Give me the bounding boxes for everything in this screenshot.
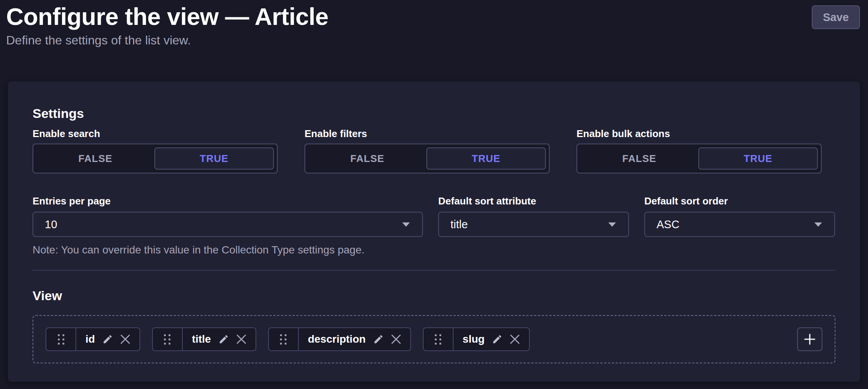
view-section-heading: View [33,288,835,304]
entries-per-page-field: Entries per page 10 Note: You can overri… [33,195,423,256]
add-field-button[interactable] [797,327,822,351]
chip-body: description [299,328,410,350]
enable-bulk-actions-label: Enable bulk actions [576,127,822,140]
entries-per-page-value: 10 [45,218,57,231]
save-button[interactable]: Save [812,5,860,29]
default-sort-attribute-value: title [450,218,468,231]
section-divider [33,270,835,271]
default-sort-order-field: Default sort order ASC [644,195,835,256]
entries-per-page-note: Note: You can override this value in the… [33,244,423,256]
settings-card: Settings Enable search FALSE TRUE Enable… [8,82,860,382]
plus-icon [803,333,816,346]
entries-per-page-label: Entries per page [33,195,423,207]
chip-body: title [183,328,255,350]
field-layout-dropzone: id title [33,315,835,363]
enable-filters-option-true[interactable]: TRUE [426,147,546,170]
close-icon[interactable] [236,334,246,344]
entries-per-page-select[interactable]: 10 [33,212,423,237]
chip-label: id [85,333,95,345]
drag-handle-icon[interactable] [424,328,454,350]
enable-filters-option-false[interactable]: FALSE [308,147,426,170]
default-sort-order-select[interactable]: ASC [644,212,835,237]
drag-handle-icon[interactable] [46,328,76,350]
enable-search-option-true[interactable]: TRUE [154,147,274,170]
enable-bulk-actions-option-true[interactable]: TRUE [698,147,818,170]
six-dots-icon [58,334,64,345]
chevron-down-icon [814,222,823,227]
six-dots-icon [435,334,441,345]
configure-view-page: Configure the view — Article Define the … [0,0,868,389]
chip-label: title [192,333,211,345]
enable-search-toggle: FALSE TRUE [33,144,278,173]
enable-search-option-false[interactable]: FALSE [36,147,154,170]
pencil-icon[interactable] [102,334,113,345]
page-title: Configure the view — Article [6,5,860,29]
enable-filters-label: Enable filters [305,127,550,140]
default-sort-attribute-select[interactable]: title [438,212,629,237]
enable-bulk-actions-toggle: FALSE TRUE [576,144,822,173]
field-chip-description[interactable]: description [268,327,411,351]
pencil-icon[interactable] [492,334,503,345]
pencil-icon[interactable] [218,334,229,345]
field-chip-title[interactable]: title [152,327,256,351]
chip-label: description [308,333,366,345]
chip-body: slug [454,328,529,350]
default-sort-order-label: Default sort order [644,195,835,207]
default-sort-order-value: ASC [657,218,680,231]
settings-section-heading: Settings [33,105,835,121]
default-sort-attribute-label: Default sort attribute [438,195,629,207]
default-sort-attribute-field: Default sort attribute title [438,195,629,256]
selects-row: Entries per page 10 Note: You can overri… [33,195,835,256]
close-icon[interactable] [510,334,520,344]
toggles-row: Enable search FALSE TRUE Enable filters … [33,127,835,173]
enable-search-field: Enable search FALSE TRUE [33,127,278,173]
enable-bulk-actions-option-false[interactable]: FALSE [580,147,698,170]
page-subtitle: Define the settings of the list view. [6,33,860,47]
field-chip-id[interactable]: id [46,327,140,351]
six-dots-icon [280,334,287,345]
chevron-down-icon [401,222,411,227]
enable-bulk-actions-field: Enable bulk actions FALSE TRUE [576,127,822,173]
drag-handle-icon[interactable] [269,328,299,350]
field-chip-slug[interactable]: slug [423,327,530,351]
chevron-down-icon [608,222,617,227]
chip-body: id [76,328,139,350]
enable-filters-field: Enable filters FALSE TRUE [305,127,550,173]
close-icon[interactable] [120,334,130,344]
page-header: Configure the view — Article Define the … [0,0,868,47]
enable-filters-toggle: FALSE TRUE [305,144,550,173]
drag-handle-icon[interactable] [153,328,183,350]
enable-search-label: Enable search [33,127,278,140]
close-icon[interactable] [391,334,401,344]
six-dots-icon [164,334,170,345]
chip-label: slug [463,333,485,345]
pencil-icon[interactable] [373,334,384,345]
